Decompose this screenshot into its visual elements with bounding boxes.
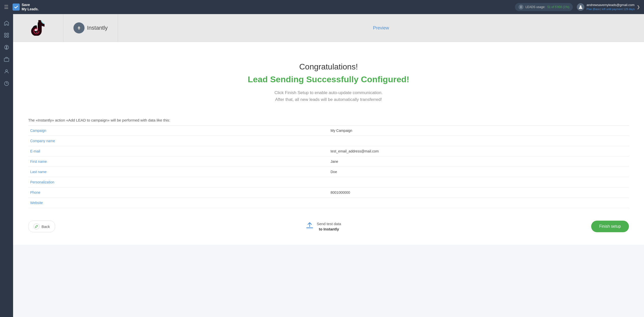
- instantly-logo: Instantly: [73, 22, 108, 33]
- field-value: [329, 136, 629, 146]
- sidebar-item-billing[interactable]: [2, 42, 12, 52]
- data-table: CampaignMy CampaignCompany nameE-mailtes…: [28, 125, 629, 208]
- preview-section: Preview: [118, 14, 644, 42]
- dest-connector: Instantly: [63, 14, 118, 42]
- send-test-line2: to Instantly: [317, 226, 341, 232]
- field-label: Company name: [28, 136, 329, 146]
- send-test-button[interactable]: Send test data to Instantly: [305, 221, 341, 232]
- table-description: The «Instantly» action «Add LEAD to camp…: [28, 118, 629, 122]
- usage-value: 51 of 5'000 (1%): [547, 5, 570, 9]
- field-value: Doe: [329, 167, 629, 177]
- sidebar: [0, 14, 13, 317]
- success-description: Click Finish Setup to enable auto-update…: [28, 89, 629, 103]
- congratulations-section: Congratulations! Lead Sending Successful…: [28, 52, 629, 110]
- tiktok-logo: [31, 20, 45, 36]
- sidebar-item-help[interactable]: [2, 78, 12, 89]
- desc-line2: After that, all new leads will be automa…: [28, 96, 629, 103]
- field-label: Last name: [28, 167, 329, 177]
- instantly-icon: [73, 22, 85, 33]
- sidebar-item-profile[interactable]: [2, 66, 12, 76]
- logo-text: Save My Leads.: [22, 3, 39, 11]
- svg-rect-4: [7, 36, 9, 37]
- sidebar-item-home[interactable]: [2, 18, 12, 28]
- table-row: Phone8001000000: [28, 187, 629, 198]
- user-info: andrewsavemyleads@gmail.com Plan |Basic|…: [586, 3, 635, 11]
- field-label: Personalization: [28, 177, 329, 187]
- field-value: My Campaign: [329, 126, 629, 136]
- hamburger-menu[interactable]: ☰: [4, 4, 9, 10]
- field-label: E-mail: [28, 146, 329, 156]
- table-row: E-mailtest_email_address@mail.com: [28, 146, 629, 156]
- logo-icon: [13, 4, 20, 11]
- svg-rect-6: [4, 58, 9, 61]
- avatar: [577, 3, 584, 11]
- main-card: Congratulations! Lead Sending Successful…: [13, 42, 644, 245]
- table-row: Website: [28, 198, 629, 208]
- back-label: Back: [42, 224, 50, 229]
- data-table-section: The «Instantly» action «Add LEAD to camp…: [28, 118, 629, 208]
- svg-point-7: [6, 70, 7, 71]
- svg-point-0: [580, 5, 582, 7]
- user-menu[interactable]: andrewsavemyleads@gmail.com Plan |Basic|…: [577, 3, 640, 11]
- svg-rect-2: [7, 33, 9, 35]
- table-row: Last nameDoe: [28, 167, 629, 177]
- preview-link[interactable]: Preview: [373, 25, 389, 31]
- field-label: Campaign: [28, 126, 329, 136]
- field-value: [329, 198, 629, 208]
- instantly-label: Instantly: [87, 25, 108, 31]
- logo: Save My Leads.: [13, 3, 39, 11]
- chevron-down-icon: ❯: [637, 5, 640, 9]
- congratulations-title: Congratulations!: [28, 62, 629, 71]
- usage-label: LEADS usage:: [526, 5, 545, 9]
- success-title: Lead Sending Successfully Configured!: [28, 74, 629, 84]
- user-plan: Plan |Basic| left until payment 129 days: [586, 7, 635, 11]
- field-label: First name: [28, 156, 329, 167]
- field-value: Jane: [329, 156, 629, 167]
- upload-icon: [305, 221, 314, 232]
- main-layout: Instantly Preview Congratulations! Lead …: [0, 14, 644, 317]
- send-test-line1: Send test data: [317, 221, 341, 226]
- table-row: CampaignMy Campaign: [28, 126, 629, 136]
- svg-rect-1: [5, 33, 6, 35]
- field-label: Phone: [28, 187, 329, 198]
- send-test-text: Send test data to Instantly: [317, 221, 341, 232]
- finish-setup-button[interactable]: Finish setup: [591, 221, 629, 232]
- info-icon: i: [518, 5, 524, 10]
- field-label: Website: [28, 198, 329, 208]
- table-row: Personalization: [28, 177, 629, 187]
- user-email: andrewsavemyleads@gmail.com: [586, 3, 635, 7]
- connector-header: Instantly Preview: [13, 14, 644, 42]
- svg-rect-3: [5, 36, 6, 37]
- footer-buttons: Back Send test data to Instantly: [28, 213, 629, 235]
- navbar: ☰ Save My Leads. i LEADS usage: 51 of 5'…: [0, 0, 644, 14]
- table-row: First nameJane: [28, 156, 629, 167]
- field-value: test_email_address@mail.com: [329, 146, 629, 156]
- sidebar-item-connections[interactable]: [2, 30, 12, 40]
- main-content: Instantly Preview Congratulations! Lead …: [13, 14, 644, 317]
- back-button[interactable]: Back: [28, 221, 55, 232]
- desc-line1: Click Finish Setup to enable auto-update…: [28, 89, 629, 96]
- field-value: [329, 177, 629, 187]
- leads-usage: i LEADS usage: 51 of 5'000 (1%): [515, 3, 573, 11]
- table-row: Company name: [28, 136, 629, 146]
- field-value: 8001000000: [329, 187, 629, 198]
- source-connector: [13, 14, 63, 42]
- sidebar-item-jobs[interactable]: [2, 54, 12, 64]
- pencil-icon: [33, 223, 39, 229]
